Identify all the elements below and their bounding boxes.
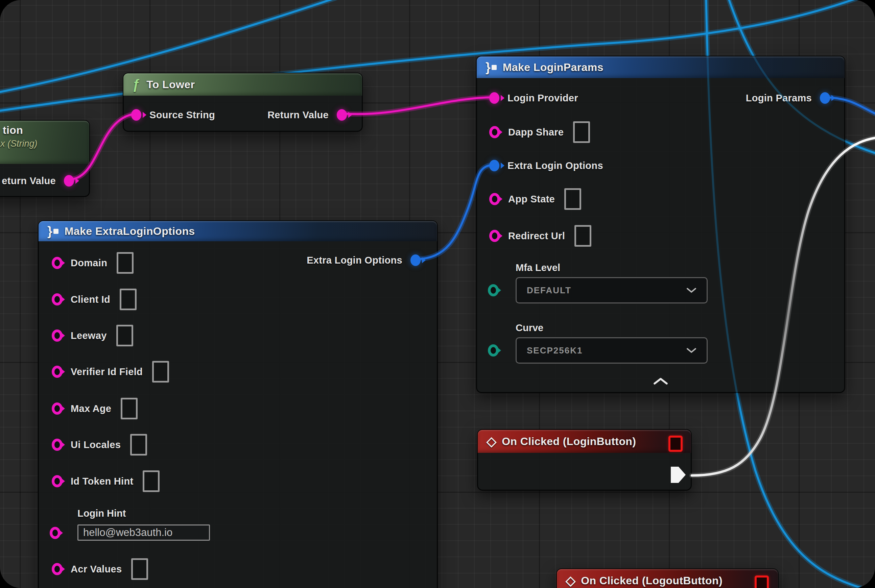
login-hint-input-pin[interactable] (50, 527, 60, 539)
curve-dropdown[interactable]: SECP256K1 (516, 337, 708, 364)
domain-row: Domain (52, 251, 134, 275)
acr-values-input-pin[interactable] (52, 563, 63, 575)
curve-input-pin[interactable] (488, 344, 499, 357)
extra-login-options-label: Extra Login Options (508, 160, 603, 171)
exec-output-pin[interactable] (671, 466, 686, 483)
login-hint-label: Login Hint (77, 508, 126, 519)
app-state-row: App State (489, 187, 581, 211)
client-id-row: Client Id (52, 288, 137, 311)
mfa-level-input-pin[interactable] (488, 284, 499, 296)
make-login-params-header: } Make LoginParams (477, 56, 845, 78)
app-state-checkbox[interactable] (564, 188, 581, 210)
id-token-hint-label: Id Token Hint (71, 476, 133, 487)
max-age-label: Max Age (71, 403, 111, 414)
domain-checkbox[interactable] (117, 252, 134, 274)
leeway-checkbox[interactable] (116, 325, 133, 346)
client-id-checkbox[interactable] (120, 289, 137, 310)
acr-values-checkbox[interactable] (131, 558, 148, 580)
source-string-label: Source String (149, 110, 215, 121)
app-state-label: App State (508, 194, 555, 205)
return-value-output-row: eturn Value (2, 169, 74, 193)
id-token-hint-checkbox[interactable] (143, 470, 159, 492)
acr-values-label: Acr Values (71, 564, 122, 575)
mfa-level-value: DEFAULT (527, 285, 571, 296)
string-function-node-partial[interactable]: tion ox (String) eturn Value (0, 120, 90, 197)
max-age-row: Max Age (52, 397, 138, 420)
wire-tolower-to-provider-glow (342, 98, 494, 114)
node-title-fragment: tion (0, 124, 89, 136)
leeway-input-pin[interactable] (52, 330, 63, 342)
login-provider-label: Login Provider (508, 93, 578, 104)
on-clicked-login-button-node[interactable]: ◇ On Clicked (LoginButton) (477, 429, 692, 490)
ui-locales-label: Ui Locales (71, 439, 121, 450)
chevron-up-icon (652, 377, 669, 385)
return-value-label: eturn Value (2, 176, 56, 186)
delegate-pin-badge[interactable] (755, 576, 769, 588)
source-string-row: Source String (131, 103, 215, 127)
on-clicked-logout-button-title: On Clicked (LogoutButton) (581, 574, 723, 587)
max-age-checkbox[interactable] (121, 398, 138, 419)
redirect-url-checkbox[interactable] (574, 225, 591, 247)
verifier-id-field-label: Verifier Id Field (71, 366, 143, 378)
redirect-url-label: Redirect Url (508, 231, 565, 242)
client-id-label: Client Id (71, 294, 110, 305)
redirect-url-row: Redirect Url (489, 224, 591, 248)
leeway-row: Leeway (52, 324, 133, 347)
wire-tolower-to-login-provider[interactable] (342, 98, 494, 114)
mfa-level-label: Mfa Level (516, 262, 560, 273)
login-provider-input-pin[interactable] (489, 92, 499, 104)
extra-login-options-input-pin[interactable] (489, 160, 499, 171)
login-params-output-row: Login Params (746, 86, 830, 110)
curve-label: Curve (516, 322, 543, 333)
extra-login-options-output-pin[interactable] (410, 255, 421, 266)
extra-login-options-output-row: Extra Login Options (307, 248, 421, 272)
collapse-node-button[interactable] (652, 377, 669, 387)
return-value-output-pin[interactable] (337, 109, 347, 121)
return-value-output-pin[interactable] (64, 175, 74, 186)
login-params-output-label: Login Params (746, 93, 812, 104)
extra-login-options-output-label: Extra Login Options (307, 255, 402, 266)
to-lower-title: To Lower (146, 78, 195, 91)
dapp-share-row: Dapp Share (489, 120, 590, 144)
dapp-share-label: Dapp Share (508, 127, 564, 138)
dapp-share-input-pin[interactable] (489, 126, 500, 138)
max-age-input-pin[interactable] (52, 402, 63, 415)
on-clicked-logout-button-header: ◇ On Clicked (LogoutButton) (557, 569, 778, 588)
redirect-url-input-pin[interactable] (489, 230, 500, 242)
on-clicked-login-button-title: On Clicked (LoginButton) (502, 435, 636, 448)
make-login-params-node[interactable]: } Make LoginParams Login Provider Login … (476, 56, 845, 393)
app-state-input-pin[interactable] (489, 193, 500, 205)
delegate-pin-badge[interactable] (668, 436, 683, 452)
string-function-node-header: tion ox (String) (0, 121, 89, 164)
acr-values-row: Acr Values (52, 557, 148, 581)
client-id-input-pin[interactable] (52, 293, 63, 306)
domain-label: Domain (71, 258, 107, 268)
mfa-level-dropdown[interactable]: DEFAULT (516, 277, 708, 303)
verifier-id-field-input-pin[interactable] (52, 366, 63, 378)
login-provider-row: Login Provider (489, 86, 578, 110)
return-value-row: Return Value (268, 103, 347, 127)
dapp-share-checkbox[interactable] (573, 122, 590, 143)
domain-input-pin[interactable] (52, 257, 63, 269)
curve-value: SECP256K1 (527, 345, 583, 356)
ui-locales-checkbox[interactable] (130, 434, 147, 456)
to-lower-node[interactable]: ƒ To Lower Source String Return Value (123, 73, 363, 132)
make-login-params-title: Make LoginParams (503, 61, 603, 74)
blueprint-graph-canvas[interactable]: tion ox (String) eturn Value ƒ To Lower … (0, 0, 875, 588)
chevron-down-icon (686, 288, 696, 293)
make-extra-login-options-header: } Make ExtraLoginOptions (39, 221, 437, 241)
to-lower-header: ƒ To Lower (123, 74, 362, 96)
id-token-hint-input-pin[interactable] (52, 475, 63, 487)
id-token-hint-row: Id Token Hint (52, 470, 159, 493)
ui-locales-input-pin[interactable] (52, 439, 63, 451)
make-struct-icon: } (486, 65, 497, 70)
source-string-input-pin[interactable] (131, 109, 141, 121)
verifier-id-field-checkbox[interactable] (152, 361, 169, 382)
login-params-output-pin[interactable] (820, 92, 830, 104)
on-clicked-logout-button-node[interactable]: ◇ On Clicked (LogoutButton) (556, 568, 779, 588)
node-subtitle-fragment: ox (String) (0, 138, 89, 149)
make-extra-login-options-node[interactable]: } Make ExtraLoginOptions Extra Login Opt… (38, 220, 438, 588)
login-hint-text-field[interactable] (77, 525, 210, 541)
return-value-label: Return Value (268, 110, 329, 121)
chevron-down-icon (686, 348, 696, 353)
